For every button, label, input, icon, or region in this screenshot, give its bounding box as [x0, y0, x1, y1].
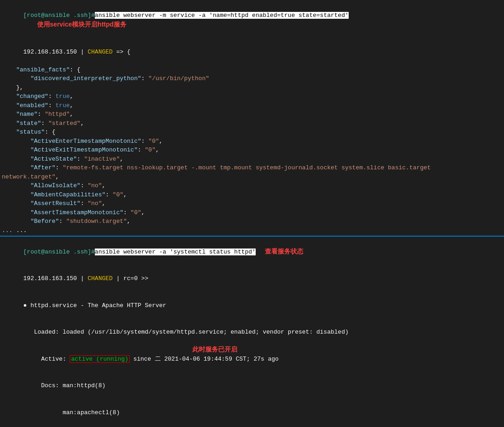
output-discovered: "discovered_interpreter_python": "/usr/b… [0, 74, 504, 83]
output-aets: "ActiveEnterTimestampMonotonic": "0", [0, 137, 504, 146]
output-ambientcap: "AmbientCapabilities": "0", [0, 190, 504, 200]
service-docs2: man:apachectl(8) [0, 399, 504, 426]
command-line-1: [root@ansible .ssh]#ansible webserver -m… [0, 2, 504, 38]
annotation-1: 使用service模块开启httpd服务 [37, 21, 126, 28]
output-after: "After": "remote-fs.target nss-lookup.ta… [0, 163, 504, 173]
command-2: ansible webserver -a 'systemctl status h… [95, 249, 256, 255]
output-aexts: "ActiveExitTimestampMonotonic": "0", [0, 146, 504, 155]
separator [0, 236, 504, 237]
output-activestate: "ActiveState": "inactive", [0, 155, 504, 164]
terminal: [root@ansible .ssh]#ansible webserver -m… [0, 0, 504, 427]
output-after-cont: network.target", [0, 173, 504, 182]
output-enabled: "enabled": true, [0, 101, 504, 110]
ip-line-2: 192.168.163.150 | CHANGED | rc=0 >> [0, 265, 504, 292]
active-line-container: Active: active (running) since 二 2021-04… [0, 346, 504, 373]
output-ellipsis: ... ... [0, 226, 504, 235]
service-docs1: Docs: man:httpd(8) [0, 373, 504, 400]
output-changed: "changed": true, [0, 92, 504, 101]
command-1: ansible webserver -m service -a 'name=ht… [95, 12, 349, 19]
service-bullet: ● httpd.service - The Apache HTTP Server [0, 292, 504, 319]
section2: [root@ansible .ssh]#ansible webserver -a… [0, 238, 504, 427]
output-allowisolate: "AllowIsolate": "no", [0, 181, 504, 190]
active-running-badge: active (running) [70, 355, 130, 363]
annotation-2: 查看服务状态 [265, 248, 303, 255]
output-name: "name": "httpd", [0, 110, 504, 119]
service-active: Active: active (running) since 二 2021-04… [0, 346, 504, 373]
annotation-3: 此时服务已开启 [192, 346, 237, 354]
service-loaded: Loaded: loaded (/usr/lib/systemd/system/… [0, 319, 504, 346]
output-before: "Before": "shutdown.target", [0, 217, 504, 226]
output-ip-1: 192.168.163.150 | CHANGED => { [0, 38, 504, 65]
output-assertresult: "AssertResult": "no", [0, 199, 504, 208]
prompt-2: [root@ansible .ssh]# [23, 249, 95, 255]
output-state: "state": "started", [0, 119, 504, 128]
output-assertts: "AssertTimestampMonotonic": "0", [0, 208, 504, 217]
section1: [root@ansible .ssh]#ansible webserver -m… [0, 2, 504, 235]
output-status-open: "status": { [0, 128, 504, 137]
command-line-2: [root@ansible .ssh]#ansible webserver -a… [0, 238, 504, 265]
output-ansible-facts: "ansible_facts": { [0, 65, 504, 75]
output-close-facts: }, [0, 83, 504, 92]
prompt-1: [root@ansible .ssh]# [23, 12, 95, 19]
